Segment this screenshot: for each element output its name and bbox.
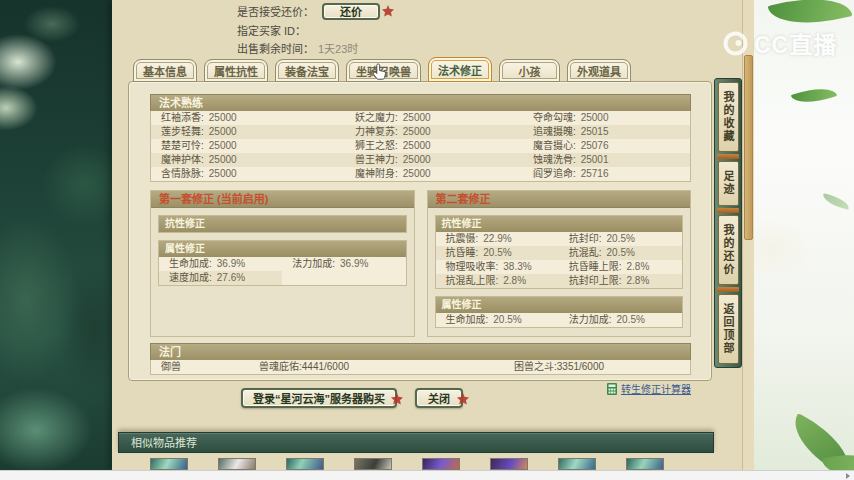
vertical-scrollbar[interactable] — [742, 0, 754, 470]
tab-attributes-resistance[interactable]: 属性抗性 — [204, 59, 268, 82]
item-thumbnail[interactable] — [490, 458, 528, 470]
attribute-cell: 速度加成:27.6% — [159, 271, 282, 285]
counter-offer-button-label: 还价 — [340, 3, 362, 19]
spell-proficiency-section: 法术熟练 红袖添香:25000 莲步轻舞:25000 楚楚可怜:25000 魔神… — [150, 94, 691, 182]
attribute-cell: 法力加成:36.9% — [282, 257, 405, 271]
set1-attribute-header: 属性修正 — [159, 241, 406, 257]
resistance-cell: 抗封印:20.5% — [559, 232, 682, 246]
horizontal-scrollbar[interactable] — [0, 470, 854, 480]
item-thumbnail[interactable] — [286, 458, 324, 470]
set2-resistance-header: 抗性修正 — [436, 216, 683, 232]
attribute-cell: 生命加成:20.5% — [436, 313, 559, 327]
set2-attribute-table: 生命加成:20.5% 法力加成:20.5% — [436, 313, 683, 327]
resistance-cell: 物理吸收率:38.3% — [436, 260, 559, 274]
spell-proficiency-cell: 狮王之怒:25000 — [345, 139, 523, 153]
spell-proficiency-cell: 魔神护体:25000 — [151, 153, 345, 167]
resistance-cell: 抗昏睡上限:2.8% — [559, 260, 682, 274]
famen-skill-2: 困兽之斗:3351/6000 — [514, 360, 690, 374]
page-side-background — [742, 0, 854, 480]
vertical-scrollbar-thumb[interactable] — [744, 55, 753, 240]
resistance-cell: 抗封印上限:2.8% — [559, 274, 682, 288]
spell-proficiency-cell: 力神复苏:25000 — [345, 125, 523, 139]
login-buy-button[interactable]: 登录“星河云海”服务器购买 — [241, 388, 397, 408]
set2-body: 抗性修正 抗震慑:22.9% 抗封印:20.5% 抗昏睡:20.5% 抗混乱:2… — [428, 208, 691, 336]
resistance-cell: 抗混乱:20.5% — [559, 246, 682, 260]
side-tool-strip: 我的收藏 足迹 我的还价 返回顶部 — [714, 78, 742, 368]
item-thumbnail[interactable] — [218, 458, 256, 470]
correction-set-1: 第一套修正 (当前启用) 抗性修正 属性修正 生命加成:36.9% 法力加成:3… — [150, 190, 415, 337]
sidebar-separator — [717, 208, 739, 213]
famen-row: 御兽 兽魂庇佑:4441/6000 困兽之斗:3351/6000 — [150, 360, 691, 375]
red-seal-icon — [382, 5, 394, 17]
set1-resistance-header: 抗性修正 — [159, 216, 406, 232]
time-left-row: 出售剩余时间： 1天23时 — [237, 39, 358, 57]
scroll-right-arrow-icon[interactable] — [843, 472, 853, 480]
accept-counter-label: 是否接受还价： — [237, 3, 314, 19]
tab-appearance-items[interactable]: 外观道具 — [567, 59, 631, 82]
correction-sets: 第一套修正 (当前启用) 抗性修正 属性修正 生命加成:36.9% 法力加成:3… — [150, 190, 691, 337]
spell-proficiency-cell: 红袖添香:25000 — [151, 111, 345, 125]
item-thumbnail[interactable] — [150, 458, 188, 470]
famen-skill-1: 兽魂庇佑:4441/6000 — [259, 360, 514, 374]
spell-proficiency-cell: 魔音摄心:25076 — [523, 139, 690, 153]
attribute-cell: 法力加成:20.5% — [559, 313, 682, 327]
red-seal-icon — [457, 393, 469, 405]
time-left-value: 1天23时 — [318, 40, 358, 56]
counter-offer-button[interactable]: 还价 — [322, 3, 380, 20]
spell-proficiency-cell: 魔神附身:25000 — [345, 167, 523, 181]
similar-items-header: 相似物品推荐 — [118, 432, 714, 453]
detail-tab-bar: 基本信息 属性抗性 装备法宝 坐骑召唤兽 法术修正 小孩 外观道具 — [133, 57, 631, 82]
spell-proficiency-cell: 夺命勾魂:25000 — [523, 111, 690, 125]
sidebar-item-footprints[interactable]: 足迹 — [718, 161, 739, 205]
listing-page: 是否接受还价： 还价 指定买家 ID： 出售剩余时间： 1天23时 基本信息 属… — [112, 0, 742, 470]
reincarnation-calculator-link[interactable]: 转生修正计算器 — [621, 381, 691, 396]
buyer-id-label: 指定买家 ID： — [237, 22, 306, 38]
sidebar-separator — [717, 154, 739, 159]
famen-name: 御兽 — [151, 360, 259, 374]
close-button[interactable]: 关闭 — [415, 388, 463, 408]
spell-proficiency-cell: 追魂摄魄:25015 — [523, 125, 690, 139]
time-left-label: 出售剩余时间： — [237, 40, 314, 56]
sidebar-item-my-counter-offers[interactable]: 我的还价 — [718, 215, 739, 285]
famen-section: 法门 御兽 兽魂庇佑:4441/6000 困兽之斗:3351/6000 — [150, 343, 691, 375]
sidebar-item-back-to-top[interactable]: 返回顶部 — [718, 294, 739, 364]
spell-proficiency-cell: 蚀魂洗骨:25001 — [523, 153, 690, 167]
sidebar-item-favorites[interactable]: 我的收藏 — [718, 82, 739, 152]
spell-proficiency-cell: 阎罗追命:25716 — [523, 167, 690, 181]
tab-mount-summon[interactable]: 坐骑召唤兽 — [346, 59, 421, 82]
tab-spell-correction[interactable]: 法术修正 — [428, 57, 492, 82]
tab-child[interactable]: 小孩 — [499, 59, 560, 82]
buyer-id-row: 指定买家 ID： — [237, 21, 306, 39]
spell-correction-panel: 法术熟练 红袖添香:25000 莲步轻舞:25000 楚楚可怜:25000 魔神… — [128, 81, 712, 381]
set2-attribute-section: 属性修正 生命加成:20.5% 法力加成:20.5% — [435, 296, 684, 328]
item-thumbnail[interactable] — [354, 458, 392, 470]
set1-resistance-section: 抗性修正 — [158, 215, 407, 233]
item-thumbnail[interactable] — [558, 458, 596, 470]
spell-proficiency-header: 法术熟练 — [150, 94, 691, 111]
attribute-cell: 生命加成:36.9% — [159, 257, 282, 271]
close-button-label: 关闭 — [428, 390, 450, 406]
set1-attribute-section: 属性修正 生命加成:36.9% 法力加成:36.9% 速度加成:27.6% — [158, 240, 407, 286]
spell-proficiency-cell: 妖之魔力:25000 — [345, 111, 523, 125]
resistance-cell: 抗昏睡:20.5% — [436, 246, 559, 260]
set2-resistance-section: 抗性修正 抗震慑:22.9% 抗封印:20.5% 抗昏睡:20.5% 抗混乱:2… — [435, 215, 684, 289]
resistance-cell: 抗震慑:22.9% — [436, 232, 559, 246]
spell-proficiency-cell: 兽王神力:25000 — [345, 153, 523, 167]
similar-items-row — [150, 458, 664, 470]
spell-proficiency-table: 红袖添香:25000 莲步轻舞:25000 楚楚可怜:25000 魔神护体:25… — [150, 111, 691, 182]
set1-body: 抗性修正 属性修正 生命加成:36.9% 法力加成:36.9% 速度加成:27.… — [151, 208, 414, 294]
set1-title: 第一套修正 (当前启用) — [151, 191, 414, 208]
set1-attribute-table: 生命加成:36.9% 法力加成:36.9% 速度加成:27.6% — [159, 257, 406, 285]
action-buttons: 登录“星河云海”服务器购买 关闭 — [241, 388, 463, 408]
correction-set-2: 第二套修正 抗性修正 抗震慑:22.9% 抗封印:20.5% 抗昏睡:20.5% — [427, 190, 692, 337]
game-scene-background — [0, 0, 112, 480]
red-seal-icon — [391, 393, 403, 405]
set2-attribute-header: 属性修正 — [436, 297, 683, 313]
tab-equipment-treasure[interactable]: 装备法宝 — [275, 59, 339, 82]
item-thumbnail[interactable] — [626, 458, 664, 470]
set2-title: 第二套修正 — [428, 191, 691, 208]
login-buy-button-label: 登录“星河云海”服务器购买 — [253, 390, 385, 406]
accept-counter-row: 是否接受还价： 还价 — [237, 2, 394, 20]
tab-basic-info[interactable]: 基本信息 — [133, 59, 197, 82]
item-thumbnail[interactable] — [422, 458, 460, 470]
